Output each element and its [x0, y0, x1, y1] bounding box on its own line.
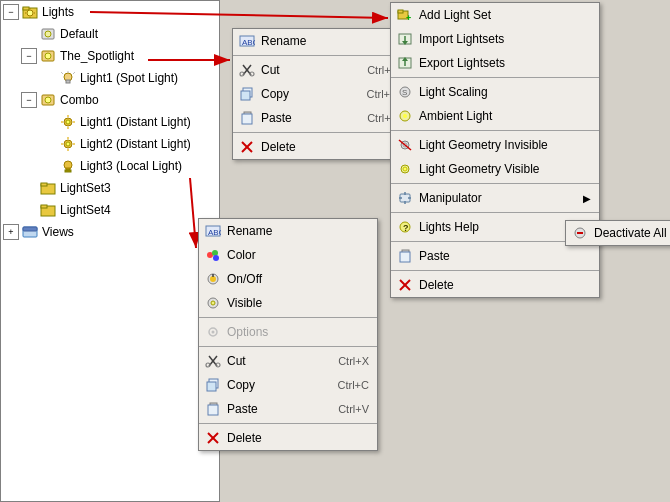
cm2-copy-shortcut: Ctrl+C: [338, 379, 369, 391]
options-icon: [203, 323, 223, 341]
cm2-copy[interactable]: Copy Ctrl+C: [199, 373, 377, 397]
light2distant-icon: [59, 135, 77, 153]
cm3-sep3: [391, 183, 599, 184]
visible-icon: [203, 294, 223, 312]
cm2-delete[interactable]: Delete: [199, 426, 377, 450]
cm2-sep4: [199, 346, 377, 347]
cm2-rename-label: Rename: [227, 224, 369, 238]
cm1-paste-label: Paste: [261, 111, 347, 125]
cm1-delete[interactable]: Delete: [233, 135, 406, 159]
deactivate-icon: [570, 224, 590, 242]
tree-item-light2distant[interactable]: Light2 (Distant Light): [1, 133, 219, 155]
cm2-options-label: Options: [227, 325, 369, 339]
expander-lights[interactable]: −: [3, 4, 19, 20]
cm3-lightscaling-label: Light Scaling: [419, 85, 591, 99]
cm2-color[interactable]: Color: [199, 243, 377, 267]
addlightset-icon: +: [395, 6, 415, 24]
lightset3-label: LightSet3: [60, 181, 111, 195]
cm3-lightscaling[interactable]: S Light Scaling: [391, 80, 599, 104]
cm2-visible-label: Visible: [227, 296, 369, 310]
cm3-paste[interactable]: Paste: [391, 244, 599, 268]
cm2-paste[interactable]: Paste Ctrl+V: [199, 397, 377, 421]
svg-line-13: [61, 72, 63, 74]
help-icon: ?: [395, 218, 415, 236]
tree-item-spotlight[interactable]: − The_Spotlight: [1, 45, 219, 67]
rename-icon-2: ABC: [203, 222, 223, 240]
combo-label: Combo: [60, 93, 99, 107]
cm3-lightgeovisible[interactable]: Light Geometry Visible: [391, 157, 599, 181]
tree-panel: − Lights Default −: [0, 0, 220, 502]
svg-rect-74: [208, 405, 218, 415]
cm3-import-label: Import Lightsets: [419, 32, 591, 46]
delete-icon-1: [237, 138, 257, 156]
svg-text:ABC: ABC: [242, 38, 255, 47]
svg-rect-103: [400, 252, 410, 262]
context-menu-3: + Add Light Set Import Lightsets Export …: [390, 2, 600, 298]
cm2-sep3: [199, 317, 377, 318]
tree-item-default[interactable]: Default: [1, 23, 219, 45]
delete-icon-2: [203, 429, 223, 447]
cm1-delete-label: Delete: [261, 140, 398, 154]
svg-rect-78: [398, 10, 403, 13]
cm3-lightgeoinvisible[interactable]: Light Geometry Invisible: [391, 133, 599, 157]
cm3-delete[interactable]: Delete: [391, 273, 599, 297]
cm3-addlightset[interactable]: + Add Light Set: [391, 3, 599, 27]
cm1-cut[interactable]: Cut Ctrl+X: [233, 58, 406, 82]
cm2-cut[interactable]: Cut Ctrl+X: [199, 349, 377, 373]
geoinvisible-icon: [395, 136, 415, 154]
cm3-export[interactable]: Export Lightsets: [391, 51, 599, 75]
cm3-sep1: [391, 77, 599, 78]
cm3-addlightset-label: Add Light Set: [419, 8, 591, 22]
cm3-export-label: Export Lightsets: [419, 56, 591, 70]
cm2-options: Options: [199, 320, 377, 344]
svg-point-58: [212, 250, 218, 256]
cm2-color-label: Color: [227, 248, 369, 262]
expander-views[interactable]: +: [3, 224, 19, 240]
tree-item-combo[interactable]: − Combo: [1, 89, 219, 111]
cm2-visible[interactable]: Visible: [199, 291, 377, 315]
svg-text:S: S: [402, 88, 407, 97]
rename-icon: ABC: [237, 32, 257, 50]
cm3-sep2: [391, 130, 599, 131]
light2distant-label: Light2 (Distant Light): [80, 137, 191, 151]
light1distant-label: Light1 (Distant Light): [80, 115, 191, 129]
tree-item-views[interactable]: + Views: [1, 221, 219, 243]
cm2-onoff[interactable]: On/Off: [199, 267, 377, 291]
cm2-sep5: [199, 423, 377, 424]
copy-icon-2: [203, 376, 223, 394]
svg-point-19: [66, 120, 70, 124]
expander-combo[interactable]: −: [21, 92, 37, 108]
svg-rect-72: [207, 382, 216, 391]
cm3-import[interactable]: Import Lightsets: [391, 27, 599, 51]
tree-item-light1spot[interactable]: Light1 (Spot Light): [1, 67, 219, 89]
svg-rect-12: [66, 80, 70, 83]
cm3-manipulator[interactable]: Manipulator ▶: [391, 186, 599, 210]
cm1-copy[interactable]: Copy Ctrl+C: [233, 82, 406, 106]
tree-item-light3local[interactable]: Light3 (Local Light): [1, 155, 219, 177]
svg-point-17: [45, 97, 51, 103]
svg-text:ABC: ABC: [208, 228, 221, 237]
tree-item-lightset4[interactable]: LightSet4: [1, 199, 219, 221]
cm2-rename[interactable]: ABC Rename: [199, 219, 377, 243]
cm1-rename[interactable]: ABC Rename: [233, 29, 406, 53]
svg-line-14: [73, 72, 75, 74]
delete-icon-3: [395, 276, 415, 294]
tree-item-light1distant[interactable]: Light1 (Distant Light): [1, 111, 219, 133]
cut-icon-2: [203, 352, 223, 370]
combo-icon: [39, 91, 57, 109]
tree-item-lightset3[interactable]: LightSet3: [1, 177, 219, 199]
light1spot-label: Light1 (Spot Light): [80, 71, 178, 85]
expander-spotlight[interactable]: −: [21, 48, 37, 64]
cm1-sep1: [233, 55, 406, 56]
export-icon: [395, 54, 415, 72]
cm2-paste-label: Paste: [227, 402, 318, 416]
sm-deactivateall[interactable]: Deactivate All: [566, 221, 670, 245]
import-icon: [395, 30, 415, 48]
cm2-cut-shortcut: Ctrl+X: [338, 355, 369, 367]
cm3-ambientlight[interactable]: Ambient Light: [391, 104, 599, 128]
cm2-onoff-label: On/Off: [227, 272, 369, 286]
svg-rect-34: [41, 183, 47, 186]
cm1-paste[interactable]: Paste Ctrl+V: [233, 106, 406, 130]
tree-item-lights[interactable]: − Lights: [1, 1, 219, 23]
svg-point-25: [66, 142, 70, 146]
